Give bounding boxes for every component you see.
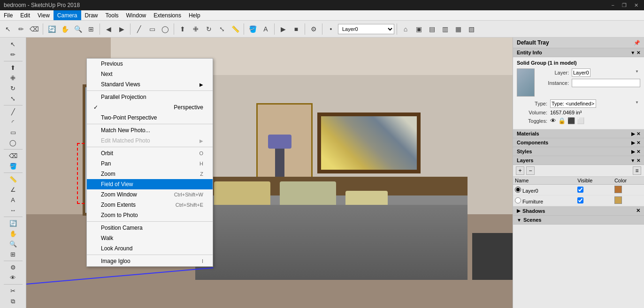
- stop-btn[interactable]: ■: [290, 23, 302, 35]
- shadows-header[interactable]: ▶ Shadows ✕: [513, 206, 644, 216]
- scenes-header[interactable]: ▼ Scenes: [513, 216, 644, 225]
- menu-help[interactable]: Help: [185, 10, 204, 20]
- rotate-lt[interactable]: ↻: [7, 83, 19, 93]
- eye-lt[interactable]: 👁: [7, 273, 19, 283]
- maximize-button[interactable]: ❐: [620, 2, 629, 8]
- circle-tool[interactable]: ◯: [159, 23, 171, 35]
- menu-extensions[interactable]: Extensions: [150, 10, 185, 20]
- menu-orbit[interactable]: Orbit O: [87, 148, 213, 158]
- styles-toggle[interactable]: ▶ ✕: [631, 149, 640, 154]
- select-tool[interactable]: ↖: [2, 23, 14, 35]
- menu-two-point[interactable]: Two-Point Perspective: [87, 113, 213, 123]
- menu-position-camera[interactable]: Position Camera: [87, 223, 213, 233]
- menu-window[interactable]: Window: [123, 10, 150, 20]
- menu-perspective[interactable]: Perspective: [87, 102, 213, 113]
- text-tool[interactable]: A: [260, 23, 272, 35]
- shadows-toggle[interactable]: ▶: [517, 208, 521, 213]
- remove-layer-btn[interactable]: −: [526, 166, 535, 175]
- layer-radio-0[interactable]: [515, 187, 521, 193]
- layer-dropdown[interactable]: Layer0: [572, 68, 590, 77]
- walk-lt[interactable]: ⚙: [7, 263, 19, 272]
- visibility-toggle[interactable]: 👁: [550, 117, 556, 124]
- layer-visible-check-0[interactable]: [577, 187, 583, 193]
- menu-zoom-extents[interactable]: Zoom Extents Ctrl+Shift+E: [87, 200, 213, 210]
- menu-standard-views[interactable]: Standard Views ▶: [87, 79, 213, 90]
- layer-visible-check-1[interactable]: [577, 197, 583, 203]
- play-btn[interactable]: ▶: [277, 23, 289, 35]
- menu-parallel-projection[interactable]: Parallel Projection: [87, 92, 213, 102]
- scale-tool[interactable]: ⤡: [216, 23, 228, 35]
- dim-lt[interactable]: ↔: [7, 205, 19, 215]
- rect-lt[interactable]: ▭: [7, 128, 19, 137]
- move-lt[interactable]: ✙: [7, 73, 19, 83]
- layer-color-1[interactable]: [613, 195, 644, 206]
- menu-tools[interactable]: Tools: [102, 10, 123, 20]
- menu-camera[interactable]: Camera: [54, 10, 81, 20]
- materials-header[interactable]: Materials ▶ ✕: [513, 129, 644, 138]
- zoom-extents[interactable]: ⊞: [85, 23, 97, 35]
- layers-header[interactable]: Layers ▼ ✕: [513, 156, 644, 165]
- menu-zoom-photo[interactable]: Zoom to Photo: [87, 210, 213, 220]
- push-lt[interactable]: ⬆: [7, 63, 19, 73]
- menu-field-of-view[interactable]: Field of View: [87, 179, 213, 189]
- paint-bucket-lt[interactable]: 🪣: [7, 161, 19, 171]
- menu-look-around[interactable]: Look Around: [87, 243, 213, 254]
- pan-lt[interactable]: ✋: [7, 229, 19, 239]
- paint-bucket[interactable]: 🪣: [246, 23, 259, 35]
- view4[interactable]: ▦: [452, 23, 464, 35]
- layers-menu-btn[interactable]: ≡: [633, 166, 641, 175]
- line-tool[interactable]: ╱: [133, 23, 145, 35]
- instance-input[interactable]: [572, 79, 640, 87]
- eraser-lt[interactable]: ⌫: [7, 151, 19, 161]
- arc-lt[interactable]: ◜: [7, 117, 19, 127]
- cast-toggle[interactable]: ⬛: [567, 117, 575, 124]
- view5[interactable]: ▧: [465, 23, 477, 35]
- menu-view[interactable]: View: [34, 10, 54, 20]
- pan-tool[interactable]: ✋: [59, 23, 71, 35]
- text-lt[interactable]: A: [7, 195, 19, 205]
- zoom-lt[interactable]: 🔍: [7, 239, 19, 249]
- menu-previous[interactable]: Previous: [87, 59, 213, 69]
- menu-walk[interactable]: Walk: [87, 233, 213, 243]
- entity-info-toggle[interactable]: ▼ ✕: [630, 50, 640, 55]
- circle-lt[interactable]: ◯: [7, 138, 19, 148]
- paint-lt[interactable]: ✏: [7, 50, 19, 60]
- styles-header[interactable]: Styles ▶ ✕: [513, 147, 644, 156]
- layer-radio-1[interactable]: [515, 197, 521, 203]
- rotate-tool[interactable]: ↻: [203, 23, 215, 35]
- line-lt[interactable]: ╱: [7, 107, 19, 117]
- scale-lt[interactable]: ⤡: [7, 94, 19, 104]
- menu-image-igloo[interactable]: Image Igloo I: [87, 256, 213, 266]
- next-scene[interactable]: ▶: [115, 23, 128, 35]
- push-pull[interactable]: ⬆: [176, 23, 189, 35]
- color-swatch-1[interactable]: [614, 196, 622, 204]
- group-lt[interactable]: ⧉: [7, 296, 19, 306]
- rect-tool[interactable]: ▭: [146, 23, 158, 35]
- menu-pan[interactable]: Pan H: [87, 158, 213, 169]
- prev-scene[interactable]: ◀: [102, 23, 115, 35]
- section-lt[interactable]: ✂: [7, 286, 19, 296]
- components-header[interactable]: Components ▶ ✕: [513, 138, 644, 147]
- minimize-button[interactable]: −: [610, 2, 616, 8]
- orbit-tool[interactable]: 🔄: [46, 23, 58, 35]
- view1[interactable]: ▣: [413, 23, 425, 35]
- tape-lt[interactable]: 📏: [7, 174, 19, 184]
- tape-tool[interactable]: 📏: [229, 23, 241, 35]
- close-button[interactable]: ✕: [632, 2, 640, 8]
- lock-toggle[interactable]: 🔒: [558, 117, 566, 124]
- angle-lt[interactable]: ∠: [7, 185, 19, 195]
- eraser-tool[interactable]: ⌫: [28, 23, 40, 35]
- view2[interactable]: ▤: [426, 23, 438, 35]
- materials-toggle[interactable]: ▶ ✕: [631, 131, 640, 136]
- settings-btn[interactable]: ⚙: [307, 23, 320, 35]
- zoomext-lt[interactable]: ⊞: [7, 249, 19, 259]
- entity-info-header[interactable]: Entity Info ▼ ✕: [513, 48, 644, 57]
- menu-match-new-photo[interactable]: Match New Photo...: [87, 125, 213, 135]
- color-swatch-0[interactable]: [614, 186, 622, 193]
- orbit-lt[interactable]: 🔄: [7, 218, 19, 228]
- view3[interactable]: ▥: [439, 23, 451, 35]
- move-tool[interactable]: ✙: [190, 23, 202, 35]
- viewport[interactable]: Previous Next Standard Views ▶ Parallel …: [26, 38, 513, 308]
- layer-select[interactable]: Layer0: [338, 24, 394, 34]
- menu-draw[interactable]: Draw: [81, 10, 102, 20]
